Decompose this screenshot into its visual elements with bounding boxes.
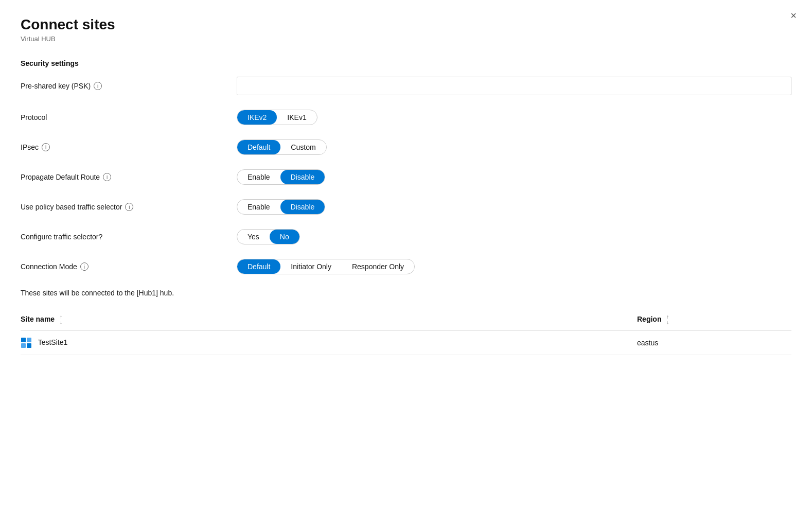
ipsec-toggle-group: Default Custom [237,139,327,155]
site-region-value: eastus [637,339,658,347]
configure-traffic-row: Configure traffic selector? Yes No [21,229,791,244]
ipsec-label-text: IPsec [21,143,39,151]
site-name-value: TestSite1 [38,338,68,346]
propagate-option-enable[interactable]: Enable [237,170,280,184]
propagate-info-icon[interactable]: i [103,173,111,181]
col-site-name: Site name ↑↓ [21,309,637,331]
ipsec-option-default[interactable]: Default [237,140,280,154]
connection-mode-label-text: Connection Mode [21,262,77,271]
svg-rect-1 [27,338,31,342]
panel-title: Connect sites [21,16,791,33]
policy-based-row: Use policy based traffic selector i Enab… [21,199,791,215]
col-region-label: Region [637,315,661,323]
psk-label: Pre-shared key (PSK) i [21,82,237,90]
psk-row: Pre-shared key (PSK) i [21,77,791,95]
policy-based-label-text: Use policy based traffic selector [21,203,122,211]
panel-subtitle: Virtual HUB [21,35,791,43]
policy-toggle-group: Enable Disable [237,199,325,215]
propagate-toggle-group: Enable Disable [237,169,325,185]
svg-rect-0 [21,338,26,342]
connection-mode-option-initiator-only[interactable]: Initiator Only [280,259,342,274]
ipsec-row: IPsec i Default Custom [21,139,791,155]
propagate-option-disable[interactable]: Disable [280,170,325,184]
site-icon [21,337,32,348]
col-site-name-label: Site name [21,315,55,323]
protocol-label-text: Protocol [21,113,47,121]
psk-info-icon[interactable]: i [94,82,102,90]
propagate-default-route-row: Propagate Default Route i Enable Disable [21,169,791,185]
connection-mode-option-default[interactable]: Default [237,259,280,274]
site-region-cell: eastus [637,331,791,355]
configure-traffic-option-no[interactable]: No [270,230,299,244]
propagate-default-route-label: Propagate Default Route i [21,173,237,181]
connection-mode-option-responder-only[interactable]: Responder Only [342,259,414,274]
psk-label-text: Pre-shared key (PSK) [21,82,91,90]
protocol-option-ikev2[interactable]: IKEv2 [237,110,277,125]
security-settings-title: Security settings [21,59,791,67]
sites-info-text: These sites will be connected to the [Hu… [21,289,791,297]
region-sort-icon[interactable]: ↑↓ [666,314,669,325]
connection-mode-label: Connection Mode i [21,262,237,271]
svg-rect-3 [27,343,31,348]
connection-mode-info-icon[interactable]: i [80,262,89,271]
protocol-label: Protocol [21,113,237,121]
col-region: Region ↑↓ [637,309,791,331]
propagate-default-route-label-text: Propagate Default Route [21,173,100,181]
psk-input[interactable] [237,77,791,95]
configure-traffic-label-text: Configure traffic selector? [21,233,102,241]
protocol-row: Protocol IKEv2 IKEv1 [21,110,791,125]
ipsec-option-custom[interactable]: Custom [280,140,326,154]
connect-sites-panel: × Connect sites Virtual HUB Security set… [0,0,812,508]
protocol-toggle-group: IKEv2 IKEv1 [237,110,317,125]
svg-rect-2 [21,343,26,348]
configure-traffic-toggle-group: Yes No [237,229,300,244]
close-button[interactable]: × [790,10,797,21]
configure-traffic-label: Configure traffic selector? [21,233,237,241]
table-row: TestSite1 eastus [21,331,791,355]
policy-option-enable[interactable]: Enable [237,200,280,214]
configure-traffic-option-yes[interactable]: Yes [237,230,270,244]
policy-info-icon[interactable]: i [125,203,133,211]
connection-mode-row: Connection Mode i Default Initiator Only… [21,259,791,274]
connection-mode-toggle-group: Default Initiator Only Responder Only [237,259,415,274]
policy-option-disable[interactable]: Disable [280,200,325,214]
ipsec-info-icon[interactable]: i [42,143,50,151]
site-name-sort-icon[interactable]: ↑↓ [60,314,62,325]
site-name-cell: TestSite1 [21,331,637,355]
sites-table: Site name ↑↓ Region ↑↓ [21,309,791,355]
protocol-option-ikev1[interactable]: IKEv1 [277,110,316,125]
policy-based-label: Use policy based traffic selector i [21,203,237,211]
ipsec-label: IPsec i [21,143,237,151]
